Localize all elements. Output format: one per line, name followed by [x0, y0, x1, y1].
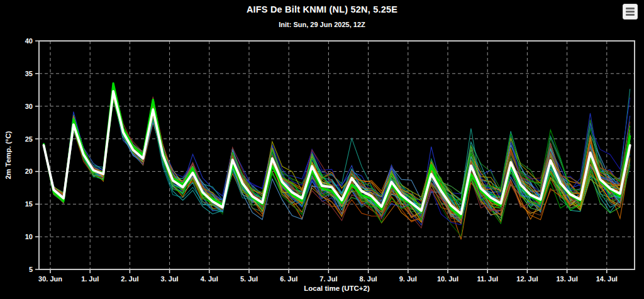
y-tick-label: 30 — [25, 103, 33, 110]
y-tick-label: 15 — [25, 200, 33, 208]
x-tick-label: 1. Jul — [81, 275, 99, 283]
x-tick-label: 14. Jul — [596, 275, 618, 283]
x-tick-label: 6. Jul — [280, 275, 297, 283]
x-tick-labels: 30. Jun1. Jul2. Jul3. Jul4. Jul5. Jul6. … — [38, 275, 618, 283]
y-tick-label: 10 — [25, 233, 33, 240]
chart-subtitle: Init: Sun, 29 Jun 2025, 12Z — [0, 21, 644, 28]
y-tick-label: 40 — [25, 37, 33, 45]
x-tick-label: 5. Jul — [240, 275, 258, 283]
x-tick-label: 10. Jul — [437, 275, 458, 283]
y-tick-label: 5 — [29, 266, 33, 273]
meteogram-page: AIFS De Bilt KNMI (NL) 52N, 5.25E Init: … — [0, 0, 644, 299]
x-tick-label: 2. Jul — [121, 275, 138, 283]
x-tick-label: 3. Jul — [161, 275, 179, 283]
x-axis-title: Local time (UTC+2) — [304, 285, 370, 292]
chart-title: AIFS De Bilt KNMI (NL) 52N, 5.25E — [0, 4, 644, 14]
y-axis-title: 2m Temp. (°C) — [4, 131, 12, 179]
y-tick-label: 20 — [25, 167, 33, 175]
x-tick-label: 30. Jun — [38, 275, 62, 283]
x-tick-label: 12. Jul — [516, 275, 538, 283]
chart-background — [0, 0, 644, 299]
x-tick-label: 9. Jul — [399, 275, 417, 283]
ensemble-meteogram-chart: 51015202530354030. Jun1. Jul2. Jul3. Jul… — [0, 0, 644, 299]
chart-header: AIFS De Bilt KNMI (NL) 52N, 5.25E Init: … — [0, 4, 644, 28]
chart-context-menu-button[interactable] — [623, 4, 638, 20]
x-tick-label: 7. Jul — [319, 275, 337, 283]
x-tick-label: 4. Jul — [201, 275, 218, 283]
y-tick-label: 35 — [25, 70, 33, 77]
x-tick-label: 13. Jul — [556, 275, 577, 283]
x-tick-label: 11. Jul — [477, 275, 498, 283]
x-tick-label: 8. Jul — [360, 275, 377, 283]
y-tick-label: 25 — [25, 135, 33, 143]
